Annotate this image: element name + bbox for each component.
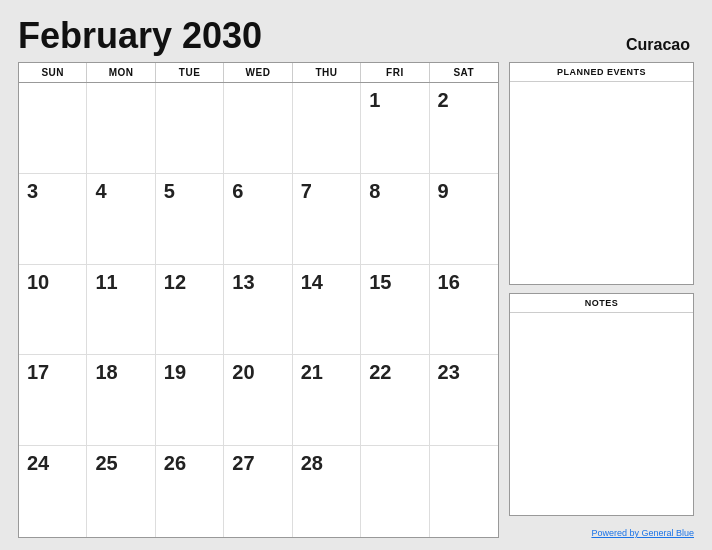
header-row: February 2030 Curacao [18, 18, 694, 54]
calendar-cell-15: 15 [361, 265, 429, 356]
calendar-cell-24: 24 [19, 446, 87, 537]
calendar-cell-22: 22 [361, 355, 429, 446]
calendar-page: February 2030 Curacao SUN MON TUE WED TH… [0, 0, 712, 550]
calendar-cell-2: 2 [430, 83, 498, 174]
day-header-thu: THU [293, 63, 361, 82]
calendar-cell-9: 9 [430, 174, 498, 265]
day-header-wed: WED [224, 63, 292, 82]
calendar-cell [87, 83, 155, 174]
sidebar: PLANNED EVENTS NOTES Powered by General … [509, 62, 694, 538]
calendar-cell-4: 4 [87, 174, 155, 265]
calendar-cell-19: 19 [156, 355, 224, 446]
day-headers: SUN MON TUE WED THU FRI SAT [19, 63, 498, 83]
calendar-cell-20: 20 [224, 355, 292, 446]
calendar-cell-12: 12 [156, 265, 224, 356]
calendar-cell-14: 14 [293, 265, 361, 356]
calendar-cell-empty [430, 446, 498, 537]
calendar-cell-26: 26 [156, 446, 224, 537]
calendar-cell-27: 27 [224, 446, 292, 537]
calendar-cell-8: 8 [361, 174, 429, 265]
calendar-cell [293, 83, 361, 174]
day-header-sun: SUN [19, 63, 87, 82]
day-header-mon: MON [87, 63, 155, 82]
planned-events-title: PLANNED EVENTS [510, 63, 693, 82]
notes-box: NOTES [509, 293, 694, 516]
calendar-cell-17: 17 [19, 355, 87, 446]
calendar-cell-16: 16 [430, 265, 498, 356]
calendar-cell-28: 28 [293, 446, 361, 537]
calendar-cell [224, 83, 292, 174]
month-title: February 2030 [18, 18, 262, 54]
planned-events-content [510, 82, 693, 284]
calendar-grid: 1 2 3 4 5 6 7 8 9 10 11 12 13 14 15 16 1… [19, 83, 498, 537]
powered-by-link[interactable]: Powered by General Blue [591, 528, 694, 538]
calendar-cell-empty [361, 446, 429, 537]
footer: Powered by General Blue [509, 524, 694, 538]
planned-events-box: PLANNED EVENTS [509, 62, 694, 285]
calendar-cell-6: 6 [224, 174, 292, 265]
calendar-cell-18: 18 [87, 355, 155, 446]
calendar-cell-1: 1 [361, 83, 429, 174]
calendar-cell-13: 13 [224, 265, 292, 356]
calendar-cell [19, 83, 87, 174]
day-header-fri: FRI [361, 63, 429, 82]
calendar-cell-11: 11 [87, 265, 155, 356]
notes-title: NOTES [510, 294, 693, 313]
calendar-cell-10: 10 [19, 265, 87, 356]
calendar-section: SUN MON TUE WED THU FRI SAT 1 2 3 4 [18, 62, 499, 538]
calendar-cell-3: 3 [19, 174, 87, 265]
calendar-cell-5: 5 [156, 174, 224, 265]
calendar-cell-7: 7 [293, 174, 361, 265]
notes-content [510, 313, 693, 515]
main-content: SUN MON TUE WED THU FRI SAT 1 2 3 4 [18, 62, 694, 538]
calendar-cell-23: 23 [430, 355, 498, 446]
calendar-cell-25: 25 [87, 446, 155, 537]
calendar-cell [156, 83, 224, 174]
day-header-sat: SAT [430, 63, 498, 82]
location: Curacao [626, 36, 694, 54]
calendar-cell-21: 21 [293, 355, 361, 446]
day-header-tue: TUE [156, 63, 224, 82]
